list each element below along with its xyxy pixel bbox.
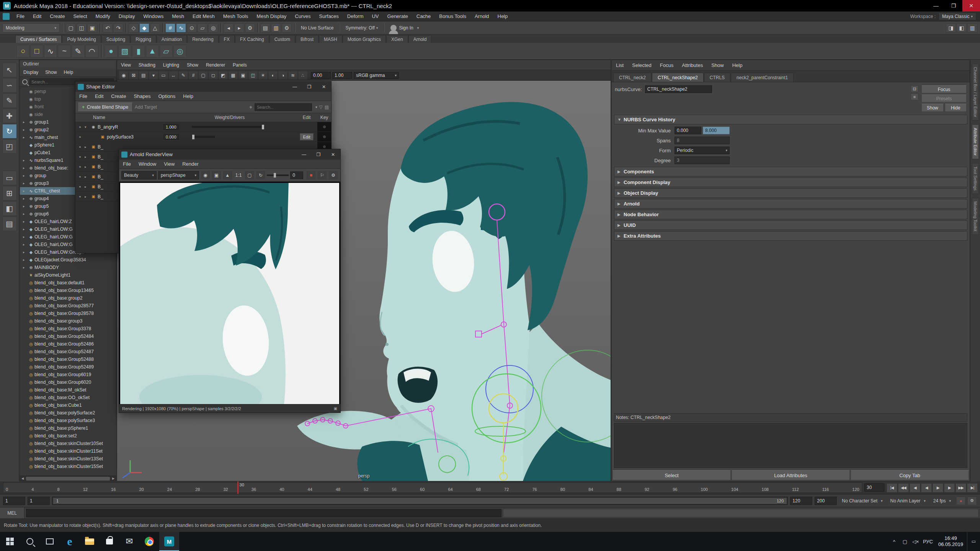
scroll-right-icon[interactable]: ▶	[111, 477, 116, 480]
select-hierarchy-icon[interactable]: ◇	[129, 23, 139, 33]
menu-item[interactable]: Help	[728, 60, 747, 70]
outliner-item[interactable]: blend_obj_base:Group52489	[20, 363, 116, 371]
expand-arrow-icon[interactable]: ▸	[23, 128, 28, 132]
render-settings-icon[interactable]: ⚙	[282, 23, 292, 33]
pencil-curve-icon[interactable]: ✎	[72, 45, 85, 58]
menu-item[interactable]: Selected	[628, 60, 656, 70]
toggle-attribute-editor-icon[interactable]: ◧	[957, 23, 967, 33]
scroll-left-icon[interactable]: ◀	[20, 477, 25, 480]
menu-item[interactable]: Help	[179, 92, 197, 101]
renderview-titlebar[interactable]: Arnold RenderView — ❐ ✕	[119, 149, 340, 160]
animation-start-field[interactable]	[3, 497, 25, 505]
visibility-toggle-icon[interactable]: ●	[75, 185, 85, 189]
divider[interactable]	[126, 23, 126, 33]
refresh-render-icon[interactable]: ↻	[256, 171, 265, 179]
visibility-toggle-icon[interactable]: ●	[75, 155, 85, 159]
outliner-hscrollbar[interactable]: ◀ ▶	[20, 476, 116, 481]
render-image-area[interactable]	[119, 182, 340, 404]
filter-funnel-icon[interactable]: ▽	[319, 104, 322, 110]
nurbs-plane-icon[interactable]: ▱	[160, 45, 173, 58]
menu-set-selector[interactable]: Modeling▾	[2, 23, 60, 33]
key-indicator[interactable]	[323, 145, 326, 148]
weight-value-field[interactable]: 0.000	[163, 134, 179, 140]
menu-item[interactable]: Panels	[229, 60, 251, 70]
menu-item[interactable]: Help	[493, 11, 512, 21]
menu-item[interactable]: View	[117, 60, 135, 70]
add-target-button[interactable]: Add Target	[135, 104, 157, 110]
menu-item[interactable]: Select	[69, 11, 91, 21]
nurbs-cube-icon[interactable]: ▧	[118, 45, 131, 58]
action-center-button[interactable]: ▭	[967, 532, 980, 551]
timeline-ticks[interactable]: 0481216202428323640444852566064687276808…	[3, 483, 862, 493]
camera-attributes-icon[interactable]: ▤	[139, 71, 148, 80]
shelf-tab[interactable]: Sculpting	[101, 35, 130, 43]
command-output-area[interactable]	[503, 509, 978, 517]
step-back-key-icon[interactable]: ◀◀	[898, 483, 909, 492]
expand-arrow-icon[interactable]: ▸	[23, 158, 28, 162]
nurbs-torus-icon[interactable]: ◎	[173, 45, 186, 58]
sidebar-vertical-tab[interactable]: Modeling Toolkit	[972, 198, 979, 235]
visibility-toggle-icon[interactable]: ●	[75, 135, 85, 139]
go-to-start-icon[interactable]: |◀	[887, 483, 897, 492]
menu-item[interactable]: Generate	[383, 11, 412, 21]
maximize-button[interactable]: ❐	[311, 149, 326, 160]
blend-shape-row[interactable]: ● polySurface3 0.000 Edit	[75, 132, 331, 142]
expand-arrow-icon[interactable]: ▸	[23, 235, 28, 239]
attribute-section-header[interactable]: ▶ Component Display	[614, 178, 967, 187]
outliner-item[interactable]: blend_obj_base:Group52487	[20, 348, 116, 355]
input-connections-icon[interactable]: ◂	[224, 23, 234, 33]
zoom-1-1-button[interactable]: 1:1	[234, 173, 243, 178]
shelf-tab[interactable]: Rigging	[131, 35, 156, 43]
outliner-item[interactable]: blend_obj_base:skinCluster13Set	[20, 455, 116, 463]
expand-arrow-icon[interactable]: ▸	[23, 189, 28, 193]
debug-shading-icon[interactable]: ▲	[223, 171, 232, 179]
attribute-section-header[interactable]: ▶ Components	[614, 167, 967, 176]
attribute-section-header[interactable]: ▶ Node Behavior	[614, 210, 967, 219]
shelf-tab[interactable]: XGen	[386, 35, 408, 43]
menu-item[interactable]: Show	[42, 68, 60, 77]
close-button[interactable]: ✕	[317, 82, 331, 92]
mel-command-input[interactable]	[26, 509, 501, 517]
iterations-field[interactable]	[290, 171, 303, 179]
construction-history-icon[interactable]: ⚙	[245, 23, 255, 33]
shelf-tab[interactable]: Curves / Surfaces	[15, 35, 62, 43]
minimize-button[interactable]: —	[297, 149, 311, 160]
outliner-item[interactable]: aiSkyDomeLight1	[20, 271, 116, 279]
pc-network-icon[interactable]: ▢	[900, 532, 910, 551]
form-dropdown[interactable]: Periodic▾	[675, 147, 730, 154]
lighting-icon[interactable]: ☀	[258, 71, 268, 80]
expand-arrow-icon[interactable]: ▸	[23, 258, 28, 262]
store-button[interactable]	[100, 532, 119, 551]
expand-arrow-icon[interactable]: ▸	[23, 174, 28, 178]
select-tool-icon[interactable]: ↖	[2, 63, 17, 77]
scale-tool-icon[interactable]: ◰	[2, 139, 17, 154]
expand-arrow-icon[interactable]: ▸	[85, 175, 89, 179]
sign-in-button[interactable]: Sign In ▾	[387, 25, 423, 31]
redo-icon[interactable]: ↷	[113, 23, 123, 33]
colorspace-dropdown[interactable]: sRGB gamma▾	[354, 72, 399, 79]
menu-item[interactable]: Create	[46, 11, 69, 21]
menu-item[interactable]: Show	[183, 60, 202, 70]
range-bar-handle[interactable]: 1 120	[53, 498, 787, 504]
snap-grid-icon[interactable]: #	[165, 23, 175, 33]
volume-muted-icon[interactable]: ◁×	[911, 532, 921, 551]
outliner-item[interactable]: blend_obj_base:group2	[20, 294, 116, 302]
arc-icon[interactable]: ◠	[85, 45, 98, 58]
2d-pan-zoom-icon[interactable]: ↔	[169, 71, 178, 80]
menu-item[interactable]: File	[119, 160, 135, 169]
menu-item[interactable]: File	[12, 11, 29, 21]
lock-camera-icon[interactable]: ⊠	[129, 71, 138, 80]
maximize-button[interactable]: ❐	[945, 0, 962, 11]
menu-item[interactable]: List	[612, 60, 628, 70]
max-value-field[interactable]	[703, 127, 730, 134]
maya-taskbar-button[interactable]: M	[159, 532, 179, 551]
outliner-item[interactable]: blend_obj_base:Group52486	[20, 340, 116, 348]
divider[interactable]	[257, 23, 258, 33]
region-render-icon[interactable]: ▢	[245, 171, 254, 179]
workspace-dropdown[interactable]: Maya Classic▾	[939, 13, 976, 20]
notes-text-area[interactable]	[614, 423, 967, 468]
film-gate-icon[interactable]: ▢	[199, 71, 208, 80]
divider[interactable]	[220, 23, 221, 33]
node-name-field[interactable]	[645, 85, 712, 93]
edit-membership-icon[interactable]: ▤	[325, 104, 329, 110]
